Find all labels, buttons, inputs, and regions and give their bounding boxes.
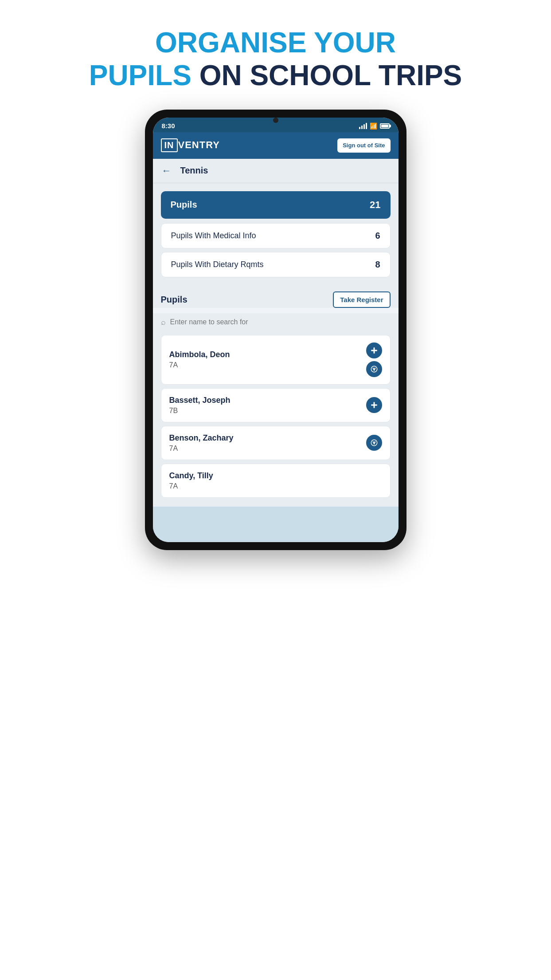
nav-bar: ← Tennis — [153, 159, 399, 183]
stat-label-dietary: Pupils With Dietary Rqmts — [171, 260, 264, 269]
svg-rect-1 — [371, 350, 377, 351]
stat-label-pupils: Pupils — [171, 200, 197, 210]
pupil-class-abimbola: 7A — [169, 361, 366, 369]
pupil-icons-abimbola — [366, 342, 382, 377]
logo-text: VENTRY — [178, 139, 220, 150]
pupil-icons-bassett — [366, 397, 382, 413]
bottom-background — [153, 507, 399, 542]
medical-icon-abimbola — [366, 342, 382, 358]
nav-title: Tennis — [180, 165, 208, 176]
signal-icon — [359, 123, 367, 129]
pupils-section-header: Pupils Take Register — [153, 285, 399, 308]
phone-device: 8:30 📶 INVENTRY Sign out of Site ← Tenni… — [145, 110, 406, 550]
app-header: INVENTRY Sign out of Site — [153, 132, 399, 159]
pupil-info-benson: Benson, Zachary 7A — [169, 433, 366, 453]
pupils-title: Pupils — [161, 295, 188, 305]
search-input[interactable] — [170, 318, 391, 326]
pupil-card-bassett[interactable]: Bassett, Joseph 7B — [161, 388, 391, 422]
pupil-card-benson[interactable]: Benson, Zachary 7A — [161, 426, 391, 460]
dietary-icon-abimbola — [366, 361, 382, 377]
pupil-info-bassett: Bassett, Joseph 7B — [169, 396, 366, 415]
pupil-class-candy: 7A — [169, 482, 382, 490]
stats-section: Pupils 21 Pupils With Medical Info 6 Pup… — [153, 183, 399, 285]
search-icon: ⌕ — [161, 318, 166, 327]
page-header: ORGANISE YOUR PUPILS ON SCHOOL TRIPS — [80, 0, 471, 110]
stat-card-dietary[interactable]: Pupils With Dietary Rqmts 8 — [161, 252, 391, 277]
header-on: ON SCHOOL TRIPS — [199, 59, 462, 91]
pupil-name-abimbola: Abimbola, Deon — [169, 350, 366, 359]
stat-count-dietary: 8 — [375, 260, 380, 270]
header-pupils: PUPILS — [89, 59, 199, 91]
pupil-class-benson: 7A — [169, 445, 366, 453]
search-container: ⌕ — [153, 313, 399, 335]
stat-card-medical[interactable]: Pupils With Medical Info 6 — [161, 223, 391, 248]
status-time: 8:30 — [162, 122, 175, 130]
dietary-icon-benson — [366, 435, 382, 451]
medical-icon-bassett — [366, 397, 382, 413]
pupil-name-candy: Candy, Tilly — [169, 471, 382, 480]
header-organise: ORGANISE YOUR — [155, 27, 396, 59]
stat-label-medical: Pupils With Medical Info — [171, 231, 256, 240]
take-register-button[interactable]: Take Register — [333, 291, 390, 308]
wifi-icon: 📶 — [370, 122, 377, 130]
stat-count-pupils: 21 — [370, 199, 380, 211]
pupil-info-candy: Candy, Tilly 7A — [169, 471, 382, 490]
camera-notch — [273, 118, 278, 123]
pupil-card-candy[interactable]: Candy, Tilly 7A — [161, 464, 391, 498]
pupil-card-abimbola[interactable]: Abimbola, Deon 7A — [161, 335, 391, 385]
sign-out-button[interactable]: Sign out of Site — [337, 138, 390, 153]
back-button[interactable]: ← — [162, 165, 172, 177]
svg-rect-5 — [371, 405, 377, 406]
pupils-list: Abimbola, Deon 7A — [153, 335, 399, 507]
stat-card-pupils[interactable]: Pupils 21 — [161, 191, 391, 219]
pupil-name-bassett: Bassett, Joseph — [169, 396, 366, 405]
stat-count-medical: 6 — [375, 231, 380, 241]
phone-screen: 8:30 📶 INVENTRY Sign out of Site ← Tenni… — [153, 118, 399, 542]
pupil-name-benson: Benson, Zachary — [169, 433, 366, 443]
app-logo: INVENTRY — [161, 138, 220, 152]
pupil-info-abimbola: Abimbola, Deon 7A — [169, 350, 366, 369]
battery-icon — [380, 123, 390, 129]
pupil-class-bassett: 7B — [169, 407, 366, 415]
pupils-header: Pupils Take Register — [161, 291, 391, 308]
logo-box: IN — [161, 138, 178, 152]
pupil-icons-benson — [366, 435, 382, 451]
search-bar: ⌕ — [161, 316, 391, 329]
status-icons: 📶 — [359, 122, 390, 130]
